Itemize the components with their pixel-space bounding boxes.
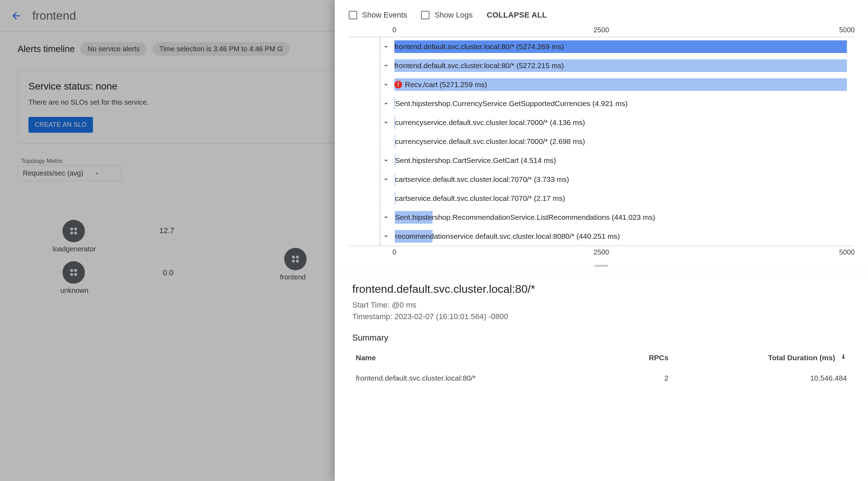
span-label: frontend.default.svc.cluster.local:80/* … (394, 61, 564, 70)
sort-descending-icon (840, 353, 847, 360)
trace-waterfall[interactable]: frontend.default.svc.cluster.local:80/* … (349, 37, 854, 246)
span-row[interactable]: currencyservice.default.svc.cluster.loca… (349, 113, 854, 132)
chevron-down-icon[interactable] (382, 175, 390, 184)
span-row[interactable]: Sent.hipstershop.RecommendationService.L… (349, 208, 854, 227)
timeline-axis-bottom: 0 2500 5000 (349, 246, 854, 260)
summary-cell-duration: 10,546.484 (672, 370, 850, 386)
span-row[interactable]: !Recv./cart (5271.259 ms) (349, 75, 854, 94)
span-label: Sent.hipstershop.RecommendationService.L… (395, 213, 655, 222)
chevron-down-icon[interactable] (382, 156, 390, 165)
summary-col-duration[interactable]: Total Duration (ms) (672, 349, 850, 370)
span-label: frontend.default.svc.cluster.local:80/* … (394, 42, 564, 51)
chevron-down-icon[interactable] (382, 118, 390, 127)
summary-cell-rpcs: 2 (618, 370, 672, 386)
axis-tick: 2500 (594, 26, 609, 34)
span-label-text: cartservice.default.svc.cluster.local:70… (395, 175, 569, 184)
span-label: Sent.hipstershop.CurrencyService.GetSupp… (395, 99, 628, 108)
summary-table: Name RPCs Total Duration (ms) frontend.d… (352, 348, 850, 387)
span-label: cartservice.default.svc.cluster.local:70… (395, 175, 569, 184)
span-row[interactable]: frontend.default.svc.cluster.local:80/* … (349, 37, 854, 56)
trace-toolbar: Show Events Show Logs COLLAPSE ALL (335, 0, 868, 23)
show-events-label: Show Events (362, 11, 407, 20)
span-row[interactable]: currencyservice.default.svc.cluster.loca… (349, 132, 854, 151)
summary-cell-name: frontend.default.svc.cluster.local:80/* (353, 370, 617, 386)
span-label-text: Sent.hipstershop.RecommendationService.L… (395, 213, 655, 222)
error-icon: ! (394, 81, 402, 88)
span-label-text: cartservice.default.svc.cluster.local:70… (395, 194, 565, 203)
chevron-down-icon[interactable] (382, 42, 390, 51)
axis-tick: 2500 (594, 248, 609, 256)
span-label-text: Sent.hipstershop.CurrencyService.GetSupp… (395, 99, 628, 108)
chevron-down-icon[interactable] (382, 99, 390, 108)
selected-span-start-time: Start Time: @0 ms (352, 299, 850, 311)
span-label: currencyservice.default.svc.cluster.loca… (395, 137, 585, 146)
span-label: !Recv./cart (5271.259 ms) (394, 80, 487, 89)
span-label: cartservice.default.svc.cluster.local:70… (395, 194, 565, 203)
axis-tick: 5000 (839, 248, 855, 256)
span-row[interactable]: frontend.default.svc.cluster.local:80/* … (349, 56, 854, 75)
span-row[interactable]: recommendationservice.default.svc.cluste… (349, 227, 854, 246)
chevron-down-icon[interactable] (382, 232, 390, 240)
trace-detail-panel: Show Events Show Logs COLLAPSE ALL 0 250… (335, 0, 868, 481)
summary-col-rpcs[interactable]: RPCs (618, 349, 672, 370)
span-label-text: currencyservice.default.svc.cluster.loca… (395, 137, 585, 146)
show-events-checkbox[interactable]: Show Events (349, 11, 407, 20)
span-label: Sent.hipstershop.CartService.GetCart (4.… (395, 156, 556, 165)
summary-col-name[interactable]: Name (353, 349, 617, 370)
span-label-text: Recv./cart (5271.259 ms) (405, 80, 487, 89)
checkbox-icon (349, 11, 357, 19)
selected-span-title: frontend.default.svc.cluster.local:80/* (352, 283, 850, 296)
chevron-down-icon[interactable] (382, 80, 390, 89)
span-label-text: frontend.default.svc.cluster.local:80/* … (394, 42, 564, 51)
table-row[interactable]: frontend.default.svc.cluster.local:80/*2… (353, 370, 850, 386)
span-row[interactable]: cartservice.default.svc.cluster.local:70… (349, 170, 854, 189)
axis-tick: 0 (392, 26, 396, 34)
span-label-text: Sent.hipstershop.CartService.GetCart (4.… (395, 156, 556, 165)
show-logs-label: Show Logs (434, 11, 473, 20)
chevron-down-icon[interactable] (382, 61, 390, 70)
collapse-all-button[interactable]: COLLAPSE ALL (487, 11, 547, 20)
span-row[interactable]: Sent.hipstershop.CurrencyService.GetSupp… (349, 94, 854, 113)
span-row[interactable]: cartservice.default.svc.cluster.local:70… (349, 189, 854, 208)
span-label: currencyservice.default.svc.cluster.loca… (395, 118, 585, 127)
span-label: recommendationservice.default.svc.cluste… (395, 232, 620, 240)
span-row[interactable]: Sent.hipstershop.CartService.GetCart (4.… (349, 151, 854, 170)
timeline-axis-top: 0 2500 5000 (349, 23, 854, 37)
selected-span-meta: Start Time: @0 ms Timestamp: 2023-02-07 … (352, 299, 850, 322)
span-label-text: currencyservice.default.svc.cluster.loca… (395, 118, 585, 127)
show-logs-checkbox[interactable]: Show Logs (421, 11, 473, 20)
span-label-text: recommendationservice.default.svc.cluste… (395, 232, 620, 240)
span-details: frontend.default.svc.cluster.local:80/* … (335, 272, 868, 481)
axis-tick: 0 (392, 248, 396, 256)
span-label-text: frontend.default.svc.cluster.local:80/* … (394, 61, 564, 70)
axis-tick: 5000 (839, 26, 855, 34)
selected-span-timestamp: Timestamp: 2023-02-07 (16:10:01.564) -08… (352, 311, 850, 322)
summary-heading: Summary (352, 333, 850, 343)
resize-grip[interactable] (594, 265, 608, 267)
chevron-down-icon[interactable] (382, 213, 390, 222)
checkbox-icon (421, 11, 429, 19)
